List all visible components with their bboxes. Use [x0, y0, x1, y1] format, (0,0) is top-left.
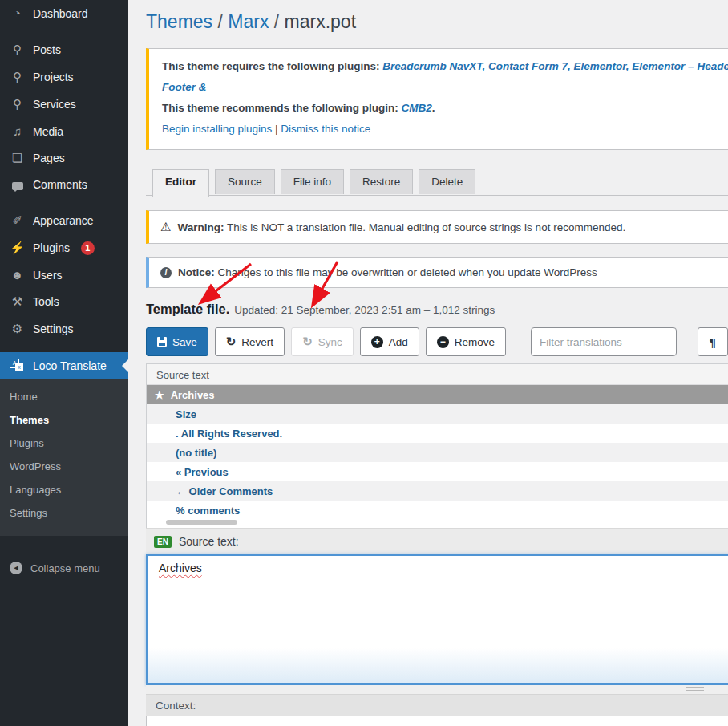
list-item-percent-comments[interactable]: % comments — [147, 501, 728, 520]
breadcrumb: Themes / Marx / marx.pot — [146, 11, 728, 33]
page-title: Template file. — [146, 302, 229, 316]
source-text-header: EN Source text: — [146, 528, 728, 554]
paragraph-icon: ¶ — [710, 335, 716, 349]
sidebar-item-settings[interactable]: ⚙ Settings — [0, 315, 128, 343]
appearance-icon: ✐ — [10, 213, 25, 228]
tgm-required-line: This theme requires the following plugin… — [162, 56, 728, 98]
list-item-older-comments[interactable]: ← Older Comments — [147, 481, 728, 501]
tab-file-info[interactable]: File info — [281, 169, 344, 194]
breadcrumb-separator: / — [212, 11, 228, 32]
breadcrumb-link-themes[interactable]: Themes — [146, 11, 212, 32]
revert-icon: ↻ — [226, 335, 237, 349]
pushpin-icon: ⚲ — [10, 70, 25, 84]
dismiss-notice-link[interactable]: Dismiss this notice — [281, 123, 370, 135]
begin-installing-plugins-link[interactable]: Begin installing plugins — [162, 123, 272, 135]
horizontal-scrollbar-track — [147, 520, 728, 528]
plugins-icon: ⚡ — [10, 241, 25, 255]
source-text-value: Archives — [159, 562, 202, 574]
main-content: Themes / Marx / marx.pot This theme requ… — [128, 0, 728, 726]
star-icon: ★ — [155, 389, 164, 401]
sidebar-item-plugins[interactable]: ⚡ Plugins 1 — [0, 234, 128, 262]
filter-translations-input[interactable] — [531, 327, 677, 356]
menu-separator — [0, 26, 128, 36]
pushpin-icon: ⚲ — [10, 43, 25, 57]
tools-icon: ⚒ — [10, 294, 25, 309]
media-icon: ♫ — [10, 124, 25, 138]
sidebar-item-pages[interactable]: ❏ Pages — [0, 144, 128, 172]
context-label: Context: — [156, 700, 196, 712]
tgm-plugins-notice: This theme requires the following plugin… — [146, 48, 728, 150]
sidebar-item-loco-translate[interactable]: Loco Translate — [0, 352, 128, 379]
horizontal-scrollbar-thumb[interactable] — [166, 520, 237, 525]
sidebar-item-media[interactable]: ♫ Media — [0, 118, 128, 144]
info-text: Notice: Changes to this file may be over… — [178, 266, 597, 278]
breadcrumb-link-marx[interactable]: Marx — [228, 11, 269, 32]
revert-button[interactable]: ↻ Revert — [215, 327, 285, 356]
tgm-recommended-line: This theme recommends the following plug… — [162, 98, 728, 119]
remove-button[interactable]: − Remove — [426, 327, 506, 356]
sidebar-item-projects[interactable]: ⚲ Projects — [0, 63, 128, 91]
sidebar-item-services[interactable]: ⚲ Services — [0, 91, 128, 118]
submenu-item-languages[interactable]: Languages — [0, 478, 128, 501]
info-notice: i Notice: Changes to this file may be ov… — [146, 257, 728, 288]
save-button[interactable]: Save — [146, 327, 208, 356]
warning-text: Warning: This is NOT a translation file.… — [177, 221, 625, 233]
pushpin-icon: ⚲ — [10, 97, 25, 112]
warning-triangle-icon: ⚠ — [160, 220, 171, 234]
dashboard-icon: ◔ — [10, 6, 25, 20]
submenu-item-themes[interactable]: Themes — [0, 408, 128, 432]
translation-editor-panel: EN Source text: Archives Context: — [146, 528, 728, 726]
add-circle-icon: + — [371, 336, 383, 348]
tab-restore[interactable]: Restore — [350, 169, 413, 194]
editor-toolbar: Save ↻ Revert ↻ Sync + Add − Remove ¶ </… — [146, 327, 728, 356]
breadcrumb-separator: / — [269, 11, 284, 32]
source-strings-list: Source text ★ Archives Size . All Rights… — [146, 363, 728, 528]
sidebar-item-posts[interactable]: ⚲ Posts — [0, 36, 128, 63]
collapse-arrow-icon: ◀ — [10, 562, 22, 574]
loco-translate-icon — [10, 359, 25, 372]
sidebar-item-appearance[interactable]: ✐ Appearance — [0, 207, 128, 234]
sidebar-item-dashboard[interactable]: ◔ Dashboard — [0, 0, 128, 26]
comments-icon — [10, 180, 25, 190]
list-item-previous[interactable]: « Previous — [147, 462, 728, 481]
context-input[interactable] — [146, 716, 728, 726]
add-button[interactable]: + Add — [360, 327, 419, 356]
users-icon: ☻ — [10, 268, 25, 282]
context-header: Context: — [146, 694, 728, 716]
editor-resize-strip — [146, 685, 728, 694]
collapse-menu-button[interactable]: ◀ Collapse menu — [0, 554, 128, 582]
remove-circle-icon: − — [437, 336, 449, 348]
loco-translate-submenu: Home Themes Plugins WordPress Languages … — [0, 379, 128, 536]
source-text-editor[interactable]: Archives — [146, 554, 728, 685]
recommended-plugin-link[interactable]: CMB2 — [402, 102, 432, 114]
pages-icon: ❏ — [10, 151, 25, 165]
tab-editor[interactable]: Editor — [152, 169, 209, 197]
sync-button[interactable]: ↻ Sync — [291, 327, 354, 356]
sidebar-item-label: Dashboard — [33, 7, 88, 20]
tab-delete[interactable]: Delete — [419, 169, 475, 194]
sidebar-item-comments[interactable]: Comments — [0, 172, 128, 197]
language-badge: EN — [154, 536, 172, 548]
settings-icon: ⚙ — [10, 322, 25, 336]
submenu-item-settings[interactable]: Settings — [0, 501, 128, 525]
file-heading: Template file.Updated: 21 September, 202… — [146, 302, 728, 317]
tab-source[interactable]: Source — [215, 169, 275, 194]
sidebar-item-tools[interactable]: ⚒ Tools — [0, 288, 128, 315]
list-item-archives[interactable]: ★ Archives — [147, 385, 728, 404]
submenu-item-wordpress[interactable]: WordPress — [0, 455, 128, 478]
list-item-no-title[interactable]: (no title) — [147, 443, 728, 462]
sync-icon: ↻ — [302, 335, 313, 349]
sidebar-item-users[interactable]: ☻ Users — [0, 262, 128, 288]
resize-grip-handle[interactable] — [686, 687, 704, 692]
list-item-all-rights[interactable]: . All Rights Reserved. — [147, 424, 728, 443]
admin-sidebar: ◔ Dashboard ⚲ Posts ⚲ Projects ⚲ Service… — [0, 0, 128, 726]
list-column-header[interactable]: Source text — [147, 364, 728, 385]
submenu-item-plugins[interactable]: Plugins — [0, 432, 128, 455]
list-item-size[interactable]: Size — [147, 404, 728, 424]
submenu-item-home[interactable]: Home — [0, 385, 128, 408]
file-tabs: EditorSourceFile infoRestoreDelete — [146, 169, 728, 196]
collapse-menu-label: Collapse menu — [30, 562, 100, 574]
plugins-update-badge: 1 — [81, 241, 95, 255]
info-circle-icon: i — [160, 267, 172, 278]
invisibles-toggle-button[interactable]: ¶ — [698, 327, 728, 356]
